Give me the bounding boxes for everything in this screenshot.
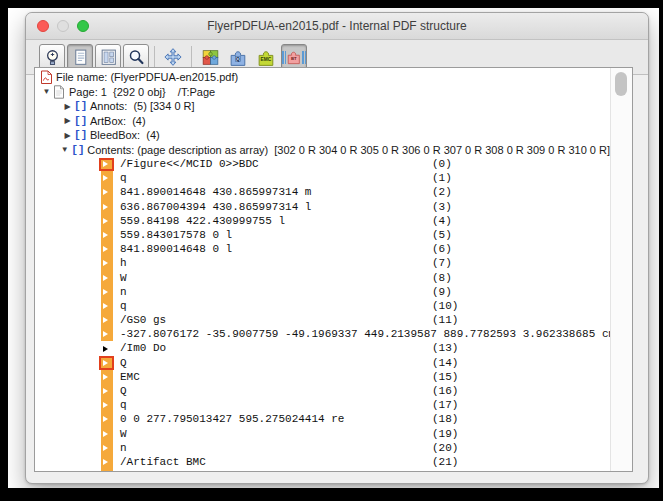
structure-tree: File name: (FlyerPDFUA-en2015.pdf)▼Page:… bbox=[35, 70, 610, 472]
stream-operator-arrow-icon bbox=[101, 185, 113, 199]
stream-operator-arrow-icon bbox=[101, 271, 113, 285]
bt-right-lines-icon bbox=[302, 51, 306, 64]
tree-row[interactable]: ▶[ ]Annots: (5) [334 0 R] bbox=[35, 99, 610, 114]
operator-index: (10) bbox=[432, 300, 458, 312]
content-stream-line[interactable]: 636.867004394 430.865997314 l(3) bbox=[35, 200, 610, 214]
operator-text: n bbox=[120, 442, 127, 454]
scrollbar-thumb[interactable] bbox=[615, 72, 627, 96]
array-brackets-icon: [ ] bbox=[71, 144, 83, 156]
content-stream-line[interactable]: n(20) bbox=[35, 441, 610, 455]
content-stream-line[interactable]: h(7) bbox=[35, 256, 610, 270]
vertical-scrollbar[interactable] bbox=[610, 68, 632, 471]
puzzle-emc-icon: EMC bbox=[256, 47, 277, 68]
document-icon bbox=[71, 48, 90, 67]
stream-operator-arrow-icon bbox=[101, 200, 113, 214]
move-arrows-icon bbox=[163, 47, 183, 67]
tree-row[interactable]: ▼[ ]Contents: (page description as array… bbox=[35, 143, 610, 158]
tree-row[interactable]: ▶[ ]BleedBox: (4) bbox=[35, 128, 610, 143]
operator-index: (17) bbox=[432, 399, 458, 411]
disclosure-open-icon[interactable]: ▼ bbox=[40, 87, 53, 96]
close-button[interactable] bbox=[37, 20, 49, 32]
stream-operator-arrow-icon bbox=[101, 299, 113, 313]
document-layout-icon bbox=[99, 48, 118, 67]
stream-operator-arrow-icon bbox=[101, 441, 113, 455]
content-stream-line[interactable]: 0 0 277.795013427 595.275024414 re(18) bbox=[35, 412, 610, 426]
content-stream-line[interactable]: q(10) bbox=[35, 299, 610, 313]
content-stream-line[interactable]: /Im0 Do(13) bbox=[35, 341, 610, 355]
tree-row-label: Annots: (5) [334 0 R] bbox=[90, 100, 195, 112]
stream-operator-arrow-icon bbox=[101, 327, 113, 341]
operator-text: q bbox=[120, 399, 127, 411]
operator-text: 841.890014648 0 l bbox=[120, 243, 232, 255]
content-stream-line[interactable]: W(8) bbox=[35, 271, 610, 285]
stream-operator-arrow-icon bbox=[101, 171, 113, 185]
content-stream-line[interactable]: Q(14) bbox=[35, 356, 610, 370]
puzzle-bt-icon: BT bbox=[286, 47, 302, 67]
content-stream-line[interactable]: n(9) bbox=[35, 285, 610, 299]
stream-operator-arrow-icon bbox=[101, 427, 113, 441]
titlebar[interactable]: FlyerPDFUA-en2015.pdf - Internal PDF str… bbox=[26, 13, 648, 40]
content-stream-line[interactable]: 841.890014648 430.865997314 m(2) bbox=[35, 185, 610, 199]
disclosure-open-icon[interactable]: ▼ bbox=[58, 145, 71, 154]
operator-index: (4) bbox=[432, 215, 452, 227]
content-stream-line[interactable]: q(22) bbox=[35, 469, 610, 472]
array-brackets-icon: [ ] bbox=[74, 129, 86, 141]
stream-operator-arrow-icon bbox=[101, 256, 113, 270]
operator-text: EMC bbox=[120, 371, 140, 383]
disclosure-closed-icon[interactable]: ▶ bbox=[61, 116, 74, 125]
operator-text: Q bbox=[120, 385, 127, 397]
traffic-lights bbox=[37, 20, 89, 32]
pdf-file-icon bbox=[40, 70, 53, 85]
internal-pdf-structure-window: FlyerPDFUA-en2015.pdf - Internal PDF str… bbox=[25, 12, 649, 484]
marked-content-boundary-icon bbox=[99, 158, 114, 172]
content-stream-line[interactable]: 841.890014648 0 l(6) bbox=[35, 242, 610, 256]
content-stream-line[interactable]: 559.84198 422.430999755 l(4) bbox=[35, 214, 610, 228]
marked-content-boundary-icon bbox=[99, 356, 114, 370]
operator-index: (8) bbox=[432, 272, 452, 284]
structure-panel: File name: (FlyerPDFUA-en2015.pdf)▼Page:… bbox=[34, 67, 633, 472]
window-title: FlyerPDFUA-en2015.pdf - Internal PDF str… bbox=[26, 13, 648, 39]
content-stream-line[interactable]: q(17) bbox=[35, 398, 610, 412]
tree-row[interactable]: ▶[ ]ArtBox: (4) bbox=[35, 114, 610, 129]
operator-text: 559.843017578 0 l bbox=[120, 229, 232, 241]
operator-index: (13) bbox=[432, 342, 458, 354]
content-stream-line[interactable]: 559.843017578 0 l(5) bbox=[35, 228, 610, 242]
minimize-button[interactable] bbox=[57, 20, 69, 32]
operator-index: (1) bbox=[432, 172, 452, 184]
content-stream-line[interactable]: /Artifact BMC(21) bbox=[35, 455, 610, 469]
content-stream-line[interactable]: /GS0 gs(11) bbox=[35, 313, 610, 327]
operator-index: (14) bbox=[432, 357, 458, 369]
array-brackets-icon: [ ] bbox=[74, 115, 86, 127]
content-stream-line[interactable]: /Figure<</MCID 0>>BDC(0) bbox=[35, 157, 610, 171]
emc-operator-label: EMC bbox=[260, 57, 271, 62]
tree-row-label: BleedBox: (4) bbox=[90, 129, 160, 141]
operator-index: (9) bbox=[432, 286, 452, 298]
operator-index: (5) bbox=[432, 229, 452, 241]
content-stream-line[interactable]: EMC(15) bbox=[35, 370, 610, 384]
zoom-button[interactable] bbox=[77, 20, 89, 32]
content-stream-line[interactable]: -327.8076172 -35.9007759 -49.1969337 449… bbox=[35, 327, 610, 341]
content-stream-line[interactable]: q(1) bbox=[35, 171, 610, 185]
operator-text: -327.8076172 -35.9007759 -49.1969337 449… bbox=[120, 328, 615, 340]
stream-operator-arrow-icon bbox=[101, 228, 113, 242]
operator-index: (3) bbox=[432, 201, 452, 213]
tree-row[interactable]: ▼Page: 1 {292 0 obj} /T:Page bbox=[35, 85, 610, 100]
stream-operator-arrow-icon bbox=[101, 285, 113, 299]
toolbar-separator bbox=[154, 46, 155, 68]
operator-index: (19) bbox=[432, 428, 458, 440]
operator-index: (2) bbox=[432, 186, 452, 198]
operator-index: (16) bbox=[432, 385, 458, 397]
stream-operator-arrow-icon bbox=[101, 412, 113, 426]
operator-text: q bbox=[120, 172, 127, 184]
tree-row[interactable]: File name: (FlyerPDFUA-en2015.pdf) bbox=[35, 70, 610, 85]
disclosure-closed-icon[interactable]: ▶ bbox=[61, 102, 74, 111]
puzzle-q-icon: Q bbox=[228, 47, 249, 68]
stream-operator-arrow-icon bbox=[101, 384, 113, 398]
operator-text: Q bbox=[120, 357, 127, 369]
content-stream-line[interactable]: W(19) bbox=[35, 427, 610, 441]
operator-index: (20) bbox=[432, 442, 458, 454]
operator-text: h bbox=[120, 257, 127, 269]
disclosure-closed-icon[interactable]: ▶ bbox=[61, 131, 74, 140]
operator-index: (7) bbox=[432, 257, 452, 269]
content-stream-line[interactable]: Q(16) bbox=[35, 384, 610, 398]
